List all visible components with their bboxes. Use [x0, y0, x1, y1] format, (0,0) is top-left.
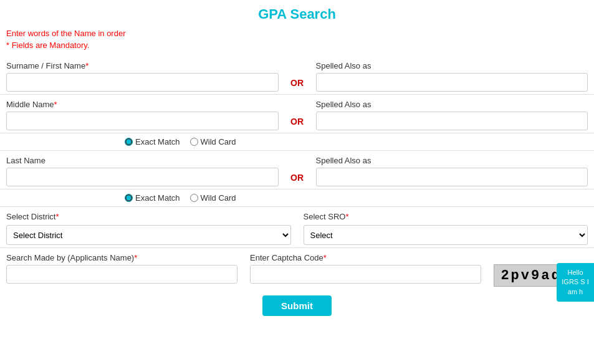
- spelled-also-2-input[interactable]: [316, 112, 588, 130]
- exact-match-label-1: Exact Match: [135, 137, 180, 146]
- last-name-label: Last Name: [6, 156, 279, 165]
- exact-match-radio-2-input[interactable]: [125, 194, 133, 202]
- spelled-also-3-group: Spelled Also as: [316, 156, 588, 186]
- spelled-also-3-label: Spelled Also as: [316, 156, 588, 165]
- select-district-dropdown[interactable]: Select District: [6, 225, 291, 245]
- district-sro-row: Select District* Select District Select …: [0, 207, 594, 248]
- search-captcha-row: Search Made by (Applicants Name)* Enter …: [0, 248, 594, 289]
- submit-button[interactable]: Submit: [262, 295, 332, 316]
- wild-card-radio-1[interactable]: Wild Card: [190, 137, 236, 146]
- exact-match-label-2: Exact Match: [135, 193, 180, 203]
- exact-match-radio-2[interactable]: Exact Match: [125, 193, 180, 203]
- page-title: GPA Search: [0, 0, 594, 27]
- spelled-also-2-group: Spelled Also as: [316, 100, 588, 130]
- wild-card-radio-2[interactable]: Wild Card: [190, 193, 236, 203]
- last-name-radio-row: Exact Match Wild Card: [0, 189, 594, 207]
- last-name-group: Last Name: [6, 156, 279, 186]
- select-sro-dropdown[interactable]: Select: [304, 225, 588, 245]
- wild-card-label-2: Wild Card: [201, 193, 236, 203]
- exact-match-radio-1-input[interactable]: [125, 138, 133, 146]
- last-name-input[interactable]: [6, 168, 279, 186]
- spelled-also-1-group: Spelled Also as: [316, 61, 588, 92]
- select-district-label: Select District*: [6, 212, 291, 221]
- surname-label: Surname / First Name*: [6, 61, 279, 70]
- search-made-by-label: Search Made by (Applicants Name)*: [6, 253, 237, 262]
- info-text: Enter words of the Name in order: [0, 27, 594, 39]
- search-made-by-group: Search Made by (Applicants Name)*: [6, 253, 237, 284]
- hello-widget: Hello IGRS S I am h: [557, 263, 594, 302]
- captcha-label: Enter Captcha Code*: [250, 253, 481, 262]
- select-sro-label: Select SRO*: [304, 212, 588, 221]
- or-divider-2: OR: [279, 117, 316, 130]
- wild-card-label-1: Wild Card: [201, 137, 236, 146]
- middle-name-group: Middle Name*: [6, 100, 279, 130]
- middle-name-input[interactable]: [6, 112, 279, 130]
- middle-name-row: Middle Name* OR Spelled Also as: [0, 95, 594, 133]
- last-name-row: Last Name OR Spelled Also as: [0, 151, 594, 189]
- submit-row: Submit: [0, 289, 594, 322]
- wild-card-radio-2-input[interactable]: [190, 194, 198, 202]
- surname-row: Surname / First Name* OR Spelled Also as: [0, 56, 594, 95]
- mandatory-text: * Fields are Mandatory.: [0, 39, 594, 56]
- spelled-also-2-label: Spelled Also as: [316, 100, 588, 109]
- spelled-also-3-input[interactable]: [316, 168, 588, 186]
- wild-card-radio-1-input[interactable]: [190, 138, 198, 146]
- captcha-input[interactable]: [250, 265, 481, 284]
- middle-name-radio-row: Exact Match Wild Card: [0, 133, 594, 151]
- spelled-also-1-input[interactable]: [316, 73, 588, 92]
- surname-group: Surname / First Name*: [6, 61, 279, 92]
- middle-name-label: Middle Name*: [6, 100, 279, 109]
- exact-match-radio-1[interactable]: Exact Match: [125, 137, 180, 146]
- captcha-group: Enter Captcha Code*: [250, 253, 481, 284]
- or-divider-3: OR: [279, 173, 316, 186]
- search-made-by-input[interactable]: [6, 265, 237, 284]
- or-divider-1: OR: [279, 78, 316, 92]
- spelled-also-1-label: Spelled Also as: [316, 61, 588, 70]
- select-sro-group: Select SRO* Select: [304, 212, 588, 245]
- select-district-group: Select District* Select District: [6, 212, 291, 245]
- surname-input[interactable]: [6, 73, 279, 92]
